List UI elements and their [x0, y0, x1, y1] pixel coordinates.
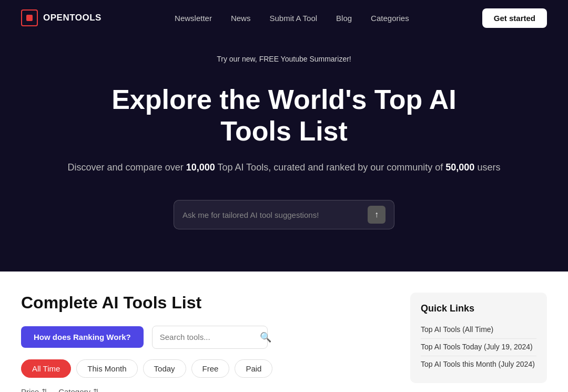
hero-banner[interactable]: Try our new, FREE Youtube Summarizer!: [21, 55, 547, 63]
section-title: Complete AI Tools List: [21, 293, 393, 313]
quick-link-all-time[interactable]: Top AI Tools (All Time): [421, 321, 536, 339]
quick-links-title: Quick Links: [421, 303, 536, 314]
sort-bar: Price ⇅ Category ⇅: [21, 387, 393, 392]
nav-link-submit[interactable]: Submit A Tool: [269, 14, 317, 23]
right-sidebar: Quick Links Top AI Tools (All Time) Top …: [410, 293, 547, 392]
nav-link-news[interactable]: News: [231, 14, 251, 23]
price-label: Price: [21, 387, 39, 392]
main-section: Complete AI Tools List How does Ranking …: [0, 272, 568, 392]
sort-category[interactable]: Category ⇅: [58, 387, 99, 392]
filter-tab-paid[interactable]: Paid: [235, 359, 272, 378]
navbar: OPENTOOLS Newsletter News Submit A Tool …: [0, 0, 568, 36]
filter-tabs: All Time This Month Today Free Paid: [21, 359, 393, 378]
hero-section: Try our new, FREE Youtube Summarizer! Ex…: [0, 36, 568, 272]
nav-link-blog[interactable]: Blog: [336, 14, 352, 23]
filter-tab-today[interactable]: Today: [143, 359, 186, 378]
tools-header: How does Ranking Work? 🔍: [21, 326, 393, 349]
sort-price[interactable]: Price ⇅: [21, 387, 48, 392]
category-sort-icon: ⇅: [93, 387, 99, 392]
arrow-up-icon: ↑: [374, 210, 379, 219]
hero-subtitle: Discover and compare over 10,000 Top AI …: [21, 160, 547, 175]
get-started-button[interactable]: Get started: [482, 8, 547, 28]
left-column: Complete AI Tools List How does Ranking …: [21, 293, 393, 392]
filter-tab-this-month[interactable]: This Month: [76, 359, 137, 378]
logo[interactable]: OPENTOOLS: [21, 9, 102, 26]
hero-search-input[interactable]: [182, 210, 368, 219]
ranking-button[interactable]: How does Ranking Work?: [21, 326, 144, 348]
hero-search-bar[interactable]: ↑: [174, 200, 394, 229]
nav-link-newsletter[interactable]: Newsletter: [175, 14, 212, 23]
quick-link-this-month[interactable]: Top AI Tools this Month (July 2024): [421, 356, 536, 373]
hero-search-button[interactable]: ↑: [368, 206, 386, 224]
search-tools-input[interactable]: [160, 333, 260, 341]
filter-tab-free[interactable]: Free: [191, 359, 230, 378]
category-label: Category: [58, 387, 90, 392]
nav-link-categories[interactable]: Categories: [371, 14, 409, 23]
logo-text: OPENTOOLS: [43, 13, 102, 23]
logo-inner-square: [26, 15, 33, 21]
price-sort-icon: ⇅: [42, 387, 48, 392]
search-icon: 🔍: [260, 331, 271, 343]
nav-links: Newsletter News Submit A Tool Blog Categ…: [175, 14, 409, 23]
quick-link-today[interactable]: Top AI Tools Today (July 19, 2024): [421, 339, 536, 356]
hero-title: Explore the World's Top AI Tools List: [74, 84, 494, 147]
filter-tab-all-time[interactable]: All Time: [21, 359, 71, 378]
logo-icon: [21, 9, 38, 26]
quick-links-box: Quick Links Top AI Tools (All Time) Top …: [410, 293, 547, 383]
search-tools-bar[interactable]: 🔍: [152, 326, 268, 349]
